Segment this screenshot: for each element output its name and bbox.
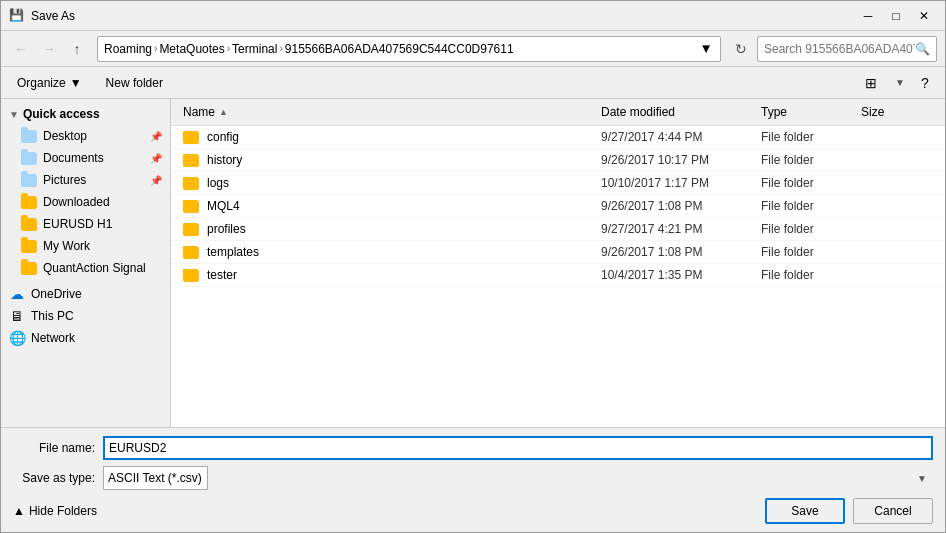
- maximize-button[interactable]: □: [883, 6, 909, 26]
- table-row[interactable]: MQL4 9/26/2017 1:08 PM File folder: [171, 195, 945, 218]
- file-date-cell: 9/26/2017 1:08 PM: [597, 197, 757, 215]
- sidebar-item-thispc[interactable]: 🖥 This PC: [1, 305, 170, 327]
- sidebar-item-downloaded[interactable]: Downloaded: [1, 191, 170, 213]
- table-row[interactable]: tester 10/4/2017 1:35 PM File folder: [171, 264, 945, 287]
- column-date-header[interactable]: Date modified: [597, 101, 757, 123]
- window-controls: ─ □ ✕: [855, 6, 937, 26]
- save-type-label: Save as type:: [13, 471, 103, 485]
- file-size-cell: [857, 273, 937, 277]
- file-type-cell: File folder: [757, 220, 857, 238]
- forward-button[interactable]: →: [37, 37, 61, 61]
- refresh-button[interactable]: ↻: [729, 36, 753, 62]
- file-type-cell: File folder: [757, 266, 857, 284]
- new-folder-button[interactable]: New folder: [98, 71, 171, 95]
- table-row[interactable]: history 9/26/2017 10:17 PM File folder: [171, 149, 945, 172]
- hide-folders-button[interactable]: ▲ Hide Folders: [13, 504, 97, 518]
- cancel-button[interactable]: Cancel: [853, 498, 933, 524]
- file-name-input[interactable]: [103, 436, 933, 460]
- file-size-cell: [857, 204, 937, 208]
- folder-icon: [183, 177, 199, 190]
- file-type-cell: File folder: [757, 128, 857, 146]
- organize-label: Organize: [17, 76, 66, 90]
- file-cell-name: tester: [179, 266, 597, 284]
- sidebar-item-network-label: Network: [31, 331, 75, 345]
- file-name-row: File name:: [13, 436, 933, 460]
- minimize-button[interactable]: ─: [855, 6, 881, 26]
- crumb-roaming[interactable]: Roaming: [104, 42, 152, 56]
- table-row[interactable]: logs 10/10/2017 1:17 PM File folder: [171, 172, 945, 195]
- file-date-cell: 9/26/2017 10:17 PM: [597, 151, 757, 169]
- file-date-cell: 9/27/2017 4:21 PM: [597, 220, 757, 238]
- quick-access-section: ▼ Quick access Desktop 📌 Documents 📌: [1, 103, 170, 279]
- col-name-label: Name: [183, 105, 215, 119]
- sidebar-item-network[interactable]: 🌐 Network: [1, 327, 170, 349]
- file-name-cell: MQL4: [207, 199, 240, 213]
- view-dropdown-icon: ▼: [895, 77, 905, 88]
- file-name-cell: templates: [207, 245, 259, 259]
- file-size-cell: [857, 158, 937, 162]
- quick-access-header[interactable]: ▼ Quick access: [1, 103, 170, 125]
- organize-button[interactable]: Organize ▼: [9, 71, 90, 95]
- mywork-icon: [21, 238, 37, 254]
- search-input[interactable]: [764, 42, 915, 56]
- file-list: Name ▲ Date modified Type Size config 9/…: [171, 99, 945, 427]
- sidebar-item-eurusd[interactable]: EURUSD H1: [1, 213, 170, 235]
- sidebar-item-desktop[interactable]: Desktop 📌: [1, 125, 170, 147]
- thispc-icon: 🖥: [9, 308, 25, 324]
- close-button[interactable]: ✕: [911, 6, 937, 26]
- sidebar-item-pictures[interactable]: Pictures 📌: [1, 169, 170, 191]
- sidebar: ▼ Quick access Desktop 📌 Documents 📌: [1, 99, 171, 427]
- column-name-header[interactable]: Name ▲: [179, 101, 597, 123]
- second-toolbar: Organize ▼ New folder ⊞ ▼ ?: [1, 67, 945, 99]
- sidebar-item-documents[interactable]: Documents 📌: [1, 147, 170, 169]
- file-cell-name: config: [179, 128, 597, 146]
- main-content: ▼ Quick access Desktop 📌 Documents 📌: [1, 99, 945, 427]
- breadcrumbs: Roaming › MetaQuotes › Terminal › 915566…: [104, 42, 698, 56]
- quantaction-icon: [21, 260, 37, 276]
- sidebar-item-desktop-label: Desktop: [43, 129, 87, 143]
- file-name-cell: config: [207, 130, 239, 144]
- documents-icon: [21, 150, 37, 166]
- folder-icon: [183, 200, 199, 213]
- crumb-guid[interactable]: 915566BA06ADA407569C544CC0D97611: [285, 42, 514, 56]
- table-row[interactable]: templates 9/26/2017 1:08 PM File folder: [171, 241, 945, 264]
- address-dropdown-button[interactable]: ▼: [698, 37, 714, 61]
- sidebar-item-quantaction-label: QuantAction Signal: [43, 261, 146, 275]
- file-date-cell: 9/26/2017 1:08 PM: [597, 243, 757, 261]
- save-button[interactable]: Save: [765, 498, 845, 524]
- hide-folders-arrow: ▲: [13, 504, 25, 518]
- help-button[interactable]: ?: [913, 71, 937, 95]
- file-name-cell: tester: [207, 268, 237, 282]
- sidebar-item-quantaction[interactable]: QuantAction Signal: [1, 257, 170, 279]
- back-button[interactable]: ←: [9, 37, 33, 61]
- search-icon: 🔍: [915, 42, 930, 56]
- sidebar-item-onedrive[interactable]: ☁ OneDrive: [1, 283, 170, 305]
- file-name-cell: history: [207, 153, 242, 167]
- sidebar-item-pictures-label: Pictures: [43, 173, 86, 187]
- file-cell-name: profiles: [179, 220, 597, 238]
- title-bar: 💾 Save As ─ □ ✕: [1, 1, 945, 31]
- column-size-header[interactable]: Size: [857, 101, 937, 123]
- folder-icon: [183, 269, 199, 282]
- sidebar-item-onedrive-label: OneDrive: [31, 287, 82, 301]
- quick-access-arrow: ▼: [9, 109, 19, 120]
- save-type-select[interactable]: ASCII Text (*.csv): [103, 466, 208, 490]
- sidebar-item-mywork[interactable]: My Work: [1, 235, 170, 257]
- file-cell-name: MQL4: [179, 197, 597, 215]
- table-row[interactable]: config 9/27/2017 4:44 PM File folder: [171, 126, 945, 149]
- view-button[interactable]: ⊞: [855, 71, 887, 95]
- column-type-header[interactable]: Type: [757, 101, 857, 123]
- sidebar-item-thispc-label: This PC: [31, 309, 74, 323]
- save-type-row: Save as type: ASCII Text (*.csv): [13, 466, 933, 490]
- hide-folders-label: Hide Folders: [29, 504, 97, 518]
- up-button[interactable]: ↑: [65, 37, 89, 61]
- crumb-metaquotes[interactable]: MetaQuotes: [159, 42, 224, 56]
- crumb-terminal[interactable]: Terminal: [232, 42, 277, 56]
- sidebar-item-documents-label: Documents: [43, 151, 104, 165]
- table-row[interactable]: profiles 9/27/2017 4:21 PM File folder: [171, 218, 945, 241]
- file-type-cell: File folder: [757, 197, 857, 215]
- file-cell-name: history: [179, 151, 597, 169]
- file-size-cell: [857, 135, 937, 139]
- quick-access-label: Quick access: [23, 107, 100, 121]
- organize-dropdown-icon: ▼: [70, 76, 82, 90]
